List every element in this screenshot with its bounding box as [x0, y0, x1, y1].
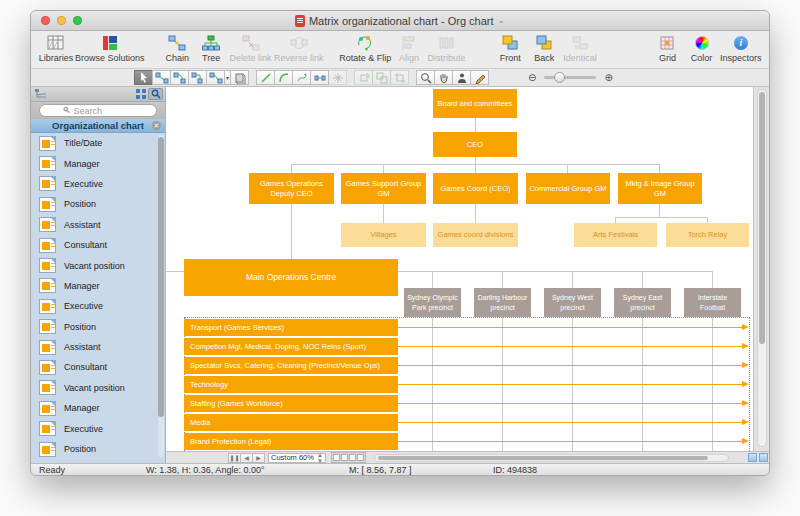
- shape-thumbnail: [39, 278, 56, 293]
- chain-button[interactable]: Chain: [160, 34, 194, 63]
- shape-item[interactable]: Consultant: [31, 357, 165, 377]
- zoom-level-select[interactable]: Custom 60% ▲▼: [268, 453, 326, 463]
- canvas-footer: ❚❚ ◀ ▶ Custom 60% ▲▼: [166, 451, 770, 463]
- org-box-department[interactable]: Games Support Group GM: [341, 173, 426, 204]
- org-box-subunit[interactable]: Games coord divisions: [433, 223, 518, 247]
- shape-item[interactable]: Position: [31, 439, 165, 459]
- delete-link-button: Delete link: [228, 34, 273, 63]
- shape-item[interactable]: Manager: [31, 153, 165, 173]
- split-vertical-button[interactable]: [759, 453, 768, 462]
- org-box-subunit[interactable]: Torch Relay: [666, 223, 749, 247]
- org-box-operations-centre[interactable]: Main Operations Centre: [184, 259, 398, 296]
- library-grid-view-button[interactable]: [133, 88, 148, 100]
- drawing-canvas[interactable]: Board and committees CEO Games Operation…: [166, 87, 770, 451]
- page-tab[interactable]: [341, 454, 348, 461]
- front-icon: [501, 34, 519, 52]
- sidebar-scrollbar[interactable]: [158, 135, 164, 457]
- libraries-button[interactable]: Libraries: [37, 34, 75, 63]
- close-library-icon[interactable]: ✕: [152, 121, 161, 130]
- back-button[interactable]: Back: [527, 34, 561, 63]
- org-box-precinct[interactable]: Darling Harbour precinct: [474, 288, 531, 317]
- spline-tool[interactable]: [292, 70, 311, 85]
- org-box-subunit[interactable]: Villages: [341, 223, 426, 247]
- edit-nodes-tool[interactable]: [310, 70, 329, 85]
- stamp-tool[interactable]: [452, 70, 471, 85]
- function-row[interactable]: Spectator Svcs, Catering, Cleaning (Prec…: [184, 357, 398, 374]
- function-row[interactable]: Competion Mgt, Medical, Doping, NOC Reln…: [184, 338, 398, 355]
- org-box-subunit[interactable]: Arts Festivals: [574, 223, 657, 247]
- direct-connector-tool[interactable]: [152, 70, 171, 85]
- org-box-department[interactable]: Commercial Group GM: [526, 173, 610, 204]
- page-tab[interactable]: [349, 454, 356, 461]
- org-box-department[interactable]: Games Operations Deputy CEO: [249, 173, 334, 204]
- zoom-out-button[interactable]: ⊖: [528, 72, 536, 83]
- object-tool[interactable]: [230, 70, 249, 85]
- shape-item[interactable]: Title/Date: [31, 133, 165, 153]
- function-row[interactable]: Brand Protection (Legal): [184, 433, 398, 450]
- shape-item[interactable]: Manager: [31, 398, 165, 418]
- horizontal-scrollbar[interactable]: [374, 454, 729, 462]
- org-box-ceo[interactable]: CEO: [433, 132, 517, 157]
- search-input[interactable]: [74, 106, 134, 116]
- org-box-department[interactable]: Mktg & Image Group GM: [618, 173, 702, 204]
- title-chevron-icon[interactable]: ⌄: [498, 15, 506, 25]
- rounded-connector-tool[interactable]: [206, 70, 225, 85]
- zoom-slider-thumb[interactable]: [554, 72, 565, 83]
- shape-item[interactable]: Executive: [31, 418, 165, 438]
- zoom-in-button[interactable]: ⊕: [604, 72, 612, 83]
- org-box-precinct[interactable]: Interstate Football: [684, 288, 741, 317]
- shape-item[interactable]: Manager: [31, 276, 165, 296]
- shape-item[interactable]: Position: [31, 317, 165, 337]
- color-button[interactable]: Color: [685, 34, 719, 63]
- rotate-flip-button[interactable]: Rotate & Flip: [338, 34, 392, 63]
- library-tree-icon[interactable]: [33, 88, 48, 100]
- shape-item[interactable]: Assistant: [31, 337, 165, 357]
- next-page-button[interactable]: ▶: [252, 453, 265, 463]
- shape-item[interactable]: Position: [31, 194, 165, 214]
- zoom-tool[interactable]: [416, 70, 435, 85]
- shape-item[interactable]: Executive: [31, 174, 165, 194]
- zoom-stepper-icon[interactable]: ▲▼: [317, 452, 323, 464]
- connector-line: [502, 271, 503, 288]
- horizontal-scrollbar-thumb[interactable]: [378, 456, 708, 460]
- function-row[interactable]: Transport (Games Services): [184, 319, 398, 336]
- org-box-precinct[interactable]: Sydney Olympic Park precinct: [404, 288, 461, 317]
- page-tab[interactable]: [333, 454, 340, 461]
- sidebar-scrollbar-thumb[interactable]: [158, 137, 164, 417]
- search-field[interactable]: 🔍︎: [39, 104, 157, 117]
- library-search-button[interactable]: [148, 88, 163, 100]
- smart-connector-tool[interactable]: [170, 70, 189, 85]
- shape-item[interactable]: Assistant: [31, 215, 165, 235]
- elbow-connector-tool[interactable]: [188, 70, 207, 85]
- browse-solutions-button[interactable]: Browse Solutions: [75, 34, 144, 63]
- function-row[interactable]: Technology: [184, 376, 398, 393]
- arc-tool[interactable]: [274, 70, 293, 85]
- vertical-scrollbar[interactable]: [757, 89, 767, 447]
- tree-button[interactable]: Tree: [194, 34, 228, 63]
- shape-item[interactable]: Vacant position: [31, 378, 165, 398]
- zoom-slider[interactable]: [544, 76, 596, 79]
- shape-item[interactable]: Vacant position: [31, 255, 165, 275]
- connector-line: [572, 271, 573, 288]
- org-box-root[interactable]: Board and committees: [433, 89, 517, 118]
- page-tab[interactable]: [357, 454, 364, 461]
- inspectors-button[interactable]: i Inspectors: [719, 34, 763, 63]
- shape-item[interactable]: Executive: [31, 296, 165, 316]
- split-horizontal-button[interactable]: [748, 453, 757, 462]
- library-header[interactable]: Organizational chart ✕: [31, 119, 165, 133]
- pen-tool[interactable]: [470, 70, 489, 85]
- line-tool[interactable]: [256, 70, 275, 85]
- shape-item[interactable]: Consultant: [31, 235, 165, 255]
- function-row[interactable]: Media: [184, 414, 398, 431]
- pan-tool[interactable]: [434, 70, 453, 85]
- function-row[interactable]: Staffing (Games Workforce): [184, 395, 398, 412]
- search-icon: 🔍︎: [63, 106, 71, 115]
- front-button[interactable]: Front: [493, 34, 527, 63]
- org-box-department[interactable]: Games Coord (CEO): [433, 173, 518, 204]
- org-box-precinct[interactable]: Sydney East precinct: [614, 288, 671, 317]
- select-tool[interactable]: [134, 70, 153, 85]
- org-box-precinct[interactable]: Sydney West precinct: [544, 288, 601, 317]
- grid-button[interactable]: Grid: [651, 34, 685, 63]
- vertical-scrollbar-thumb[interactable]: [759, 92, 765, 344]
- identical-button: Identical: [561, 34, 598, 63]
